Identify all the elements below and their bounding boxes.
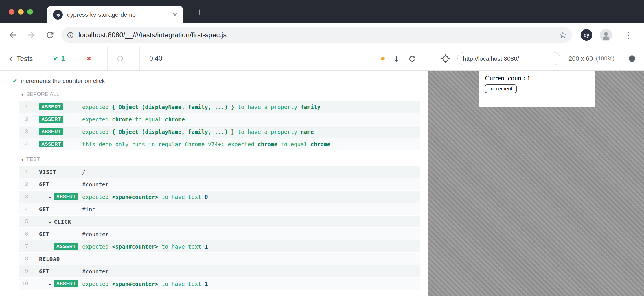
selector-playground-icon[interactable]: [441, 54, 450, 64]
command-row[interactable]: 7-ASSERTexpected <span#counter> to have …: [19, 240, 420, 252]
command-row[interactable]: 6GET#counter: [19, 228, 420, 240]
command-method: ASSERT: [39, 141, 82, 148]
message-segment: to have a property: [234, 104, 301, 110]
child-command-dash: -: [49, 243, 52, 250]
url-input[interactable]: [78, 31, 559, 39]
command-name: CLICK: [54, 219, 71, 225]
titlebar: cy cypress-kv-storage-demo × +: [0, 0, 644, 23]
browser-menu-icon[interactable]: ⋮: [624, 30, 633, 40]
command-method: GET: [39, 181, 82, 188]
omnibox[interactable]: ☆: [61, 27, 572, 43]
window-controls: [9, 9, 33, 15]
rerun-tests-icon[interactable]: [408, 54, 417, 63]
command-message: expected <span#counter> to have text 0: [82, 194, 420, 200]
cypress-extension-badge[interactable]: cy: [581, 29, 592, 41]
pending-circle-icon: [117, 56, 123, 61]
command-row[interactable]: 2ASSERTexpected chrome to equal chrome: [19, 113, 420, 125]
increment-button[interactable]: Increment: [485, 84, 517, 93]
main-content: ✔ increments the counter on click ▾BEFOR…: [0, 71, 644, 296]
command-number: 9: [19, 268, 28, 274]
message-segment: <span#counter>: [112, 281, 158, 287]
command-row[interactable]: 3-ASSERTexpected <span#counter> to have …: [19, 191, 420, 203]
reporter-header: Tests ✔ 1 ✖ -- -- 0.40: [0, 47, 428, 70]
command-row[interactable]: 3ASSERTexpected { Object (displayName, f…: [19, 126, 420, 138]
close-window-button[interactable]: [9, 9, 14, 15]
passed-stat[interactable]: ✔ 1: [41, 47, 77, 70]
command-method: RELOAD: [39, 256, 82, 262]
test-title-row[interactable]: ✔ increments the counter on click: [0, 75, 428, 87]
back-to-tests-button[interactable]: Tests: [0, 47, 41, 70]
command-row[interactable]: 4ASSERTthis demo only runs in regular Ch…: [19, 138, 420, 150]
section-header[interactable]: ▾TEST: [0, 153, 428, 165]
command-method: -ASSERT: [39, 280, 82, 287]
message-segment: #counter: [82, 181, 109, 188]
message-segment: family: [301, 104, 321, 110]
command-row[interactable]: 1ASSERTexpected { Object (displayName, f…: [19, 101, 420, 113]
command-message: expected { Object (displayName, family, …: [82, 129, 420, 135]
command-row[interactable]: 2GET#counter: [19, 178, 420, 190]
command-row[interactable]: 5-CLICK: [19, 216, 420, 227]
message-segment: { Object (displayName, family, ...) }: [112, 129, 234, 135]
command-message: expected <span#counter> to have text 1: [82, 281, 420, 287]
message-segment: <span#counter>: [112, 243, 158, 250]
message-segment: name: [301, 129, 314, 135]
assert-badge: ASSERT: [39, 116, 63, 123]
command-number: 6: [19, 231, 28, 237]
back-icon[interactable]: [8, 30, 17, 40]
section-header[interactable]: ▾BEFORE ALL: [0, 88, 428, 100]
minimize-window-button[interactable]: [18, 9, 24, 15]
viewport-info-icon[interactable]: [628, 55, 636, 62]
message-segment: to equal: [132, 116, 165, 123]
pending-stat[interactable]: --: [108, 47, 140, 70]
command-row[interactable]: 8RELOAD: [19, 253, 420, 265]
counter-text: Current count: 1: [485, 74, 595, 82]
profile-avatar[interactable]: [600, 29, 612, 41]
reload-icon[interactable]: [45, 30, 55, 40]
command-name: RELOAD: [39, 256, 60, 262]
zoom-window-button[interactable]: [27, 9, 33, 15]
command-name: GET: [39, 206, 49, 212]
forward-icon[interactable]: [26, 30, 36, 40]
message-segment: expected: [82, 194, 112, 200]
command-number: 5: [19, 219, 28, 225]
command-method: ASSERT: [39, 116, 82, 123]
command-method: GET: [39, 206, 82, 212]
message-segment: to have text: [158, 243, 205, 250]
aut-url-input[interactable]: [457, 52, 560, 65]
message-segment: expected: [82, 281, 112, 287]
command-row[interactable]: 10-ASSERTexpected <span#counter> to have…: [19, 278, 420, 290]
message-segment: { Object (displayName, family, ...) }: [112, 104, 234, 110]
section-label: TEST: [26, 156, 40, 162]
command-number: 4: [19, 141, 28, 147]
message-segment: this demo only runs in regular Chrome v7…: [82, 141, 257, 147]
command-row[interactable]: 4GET#inc: [19, 203, 420, 215]
failed-stat[interactable]: ✖ --: [77, 47, 108, 70]
message-segment: #counter: [82, 268, 109, 275]
command-number: 3: [19, 129, 28, 135]
child-command-dash: -: [49, 194, 52, 200]
command-message: expected { Object (displayName, family, …: [82, 104, 420, 110]
command-method: GET: [39, 231, 82, 237]
message-segment: chrome: [310, 141, 330, 147]
collapse-caret-icon: ▾: [21, 157, 23, 162]
browser-tab[interactable]: cy cypress-kv-storage-demo ×: [47, 6, 183, 23]
command-number: 7: [19, 243, 28, 249]
command-method: ASSERT: [39, 103, 82, 110]
section-label: BEFORE ALL: [26, 91, 59, 97]
command-name: GET: [39, 231, 49, 237]
command-row[interactable]: 1VISIT/: [19, 166, 420, 178]
page-info-icon[interactable]: [67, 31, 74, 39]
viewport-size: 200 x 60: [568, 55, 593, 62]
autoscroll-icon[interactable]: [392, 55, 400, 63]
message-segment: expected: [82, 129, 112, 135]
command-message: #counter: [82, 268, 420, 275]
command-row[interactable]: 9GET#counter: [19, 265, 420, 277]
test-title: increments the counter on click: [21, 77, 105, 84]
bookmark-star-icon[interactable]: ☆: [559, 31, 567, 39]
new-tab-button[interactable]: +: [196, 7, 203, 17]
child-command-dash: -: [49, 219, 52, 225]
assert-badge: ASSERT: [54, 243, 78, 250]
close-tab-icon[interactable]: ×: [173, 11, 177, 19]
command-number: 3: [19, 194, 28, 200]
command-message: #counter: [82, 181, 420, 188]
